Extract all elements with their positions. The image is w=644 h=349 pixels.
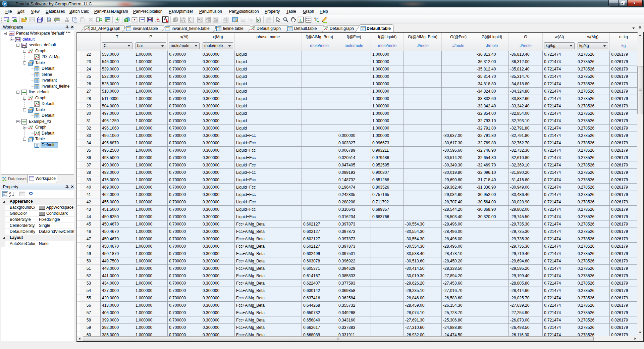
svg-text:T: T: [125, 19, 127, 22]
svg-text:PAN: PAN: [9, 33, 14, 35]
svg-text:Z: Z: [9, 194, 11, 197]
svg-text:L: L: [299, 17, 302, 22]
svg-text:P: P: [4, 2, 6, 6]
svg-text:3D: 3D: [250, 18, 253, 21]
svg-text:T: T: [314, 17, 318, 22]
svg-text:P: P: [173, 18, 175, 22]
